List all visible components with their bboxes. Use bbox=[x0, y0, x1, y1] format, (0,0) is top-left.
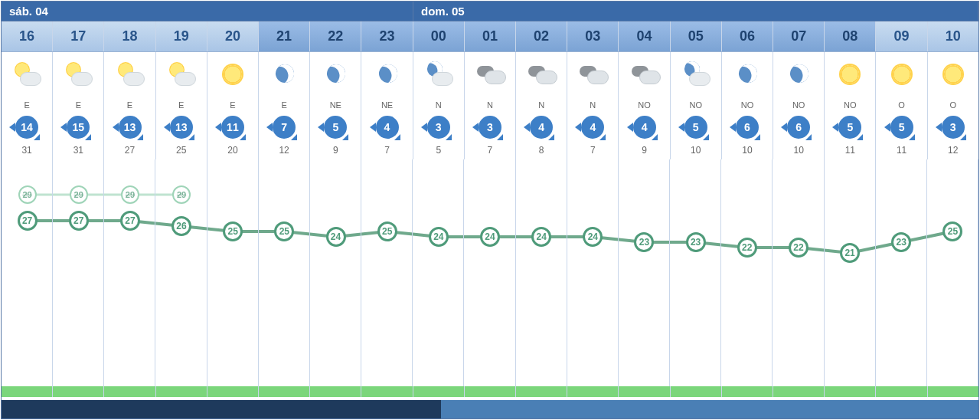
weather-icon-cell bbox=[722, 52, 773, 97]
forecast-panel: sáb. 04 dom. 05 161718192021222300010203… bbox=[1, 1, 979, 419]
wind-gust-row: 3131272520129757879101010111112 bbox=[2, 141, 978, 159]
temperature-point: 21 bbox=[840, 243, 860, 263]
weather-icon-cell bbox=[619, 52, 670, 97]
wind-dir: O bbox=[876, 97, 927, 113]
chart-column bbox=[413, 159, 464, 389]
temperature-point: 22 bbox=[789, 238, 808, 258]
wind-speed-cell: 3 bbox=[465, 113, 516, 141]
weather-icon-cell bbox=[156, 52, 207, 97]
weather-icon-cell bbox=[567, 52, 619, 97]
feels-like-point: 29 bbox=[121, 185, 139, 204]
hour-cell[interactable]: 01 bbox=[465, 21, 516, 51]
hour-cell[interactable]: 22 bbox=[310, 21, 361, 51]
precip-cell bbox=[2, 386, 53, 397]
precip-cell bbox=[156, 386, 207, 397]
wind-speed-cell: 5 bbox=[876, 113, 927, 141]
sun-cloud-icon bbox=[62, 58, 94, 90]
precip-cell bbox=[259, 386, 310, 397]
wind-speed-badge: 13 bbox=[170, 116, 193, 139]
temperature-point: 24 bbox=[326, 227, 346, 247]
precip-cell bbox=[310, 386, 361, 397]
wind-speed-badge: 5 bbox=[324, 116, 347, 139]
wind-speed-cell: 5 bbox=[825, 113, 876, 141]
precip-cell bbox=[104, 386, 155, 397]
wind-gust: 10 bbox=[671, 141, 722, 159]
weather-icon-cell bbox=[825, 52, 876, 97]
clouds-icon bbox=[629, 58, 661, 90]
wind-speed-badge: 3 bbox=[479, 116, 501, 139]
hour-cell[interactable]: 04 bbox=[619, 21, 670, 51]
hour-cell[interactable]: 02 bbox=[516, 21, 567, 51]
hour-cell[interactable]: 20 bbox=[207, 21, 259, 51]
chart-column bbox=[773, 159, 824, 389]
chart-column bbox=[825, 159, 876, 389]
wind-gust: 25 bbox=[156, 141, 207, 159]
weather-icon-cell bbox=[876, 52, 927, 97]
chart-column bbox=[619, 159, 670, 389]
wind-speed-badge: 7 bbox=[273, 116, 296, 139]
scroll-track[interactable] bbox=[2, 400, 978, 418]
chart-column bbox=[876, 159, 927, 389]
sun-cloud-icon bbox=[114, 58, 146, 90]
chart-column bbox=[670, 159, 721, 389]
wind-speed-cell: 13 bbox=[156, 113, 207, 141]
hour-cell[interactable]: 18 bbox=[104, 21, 155, 51]
scroll-thumb[interactable] bbox=[2, 400, 441, 418]
wind-speed-cell: 3 bbox=[928, 113, 978, 141]
chart-column bbox=[207, 159, 259, 389]
moon-icon bbox=[782, 58, 815, 90]
precip-cell bbox=[53, 386, 104, 397]
temperature-point: 24 bbox=[429, 227, 449, 247]
wind-dir: NE bbox=[310, 97, 361, 113]
sun-only-icon bbox=[834, 58, 866, 90]
hour-cell[interactable]: 05 bbox=[671, 21, 722, 51]
hour-cell[interactable]: 09 bbox=[876, 21, 927, 51]
day-label-sun: dom. 05 bbox=[413, 2, 978, 21]
temperature-point: 27 bbox=[69, 211, 89, 231]
wind-speed-cell: 5 bbox=[671, 113, 722, 141]
hour-row: 16171819202122230001020304050607080910 bbox=[2, 21, 978, 52]
wind-gust: 31 bbox=[2, 141, 53, 159]
temperature-point: 24 bbox=[480, 227, 500, 247]
precip-cell bbox=[567, 386, 619, 397]
hour-cell[interactable]: 23 bbox=[361, 21, 413, 51]
precip-cell bbox=[361, 386, 413, 397]
wind-dir: E bbox=[2, 97, 53, 113]
precip-cell bbox=[516, 386, 567, 397]
wind-gust: 10 bbox=[722, 141, 773, 159]
hour-cell[interactable]: 08 bbox=[825, 21, 876, 51]
wind-gust: 8 bbox=[516, 141, 567, 159]
wind-speed-badge: 15 bbox=[67, 116, 90, 139]
wind-dir: N bbox=[516, 97, 567, 113]
hour-cell[interactable]: 17 bbox=[53, 21, 104, 51]
chart-column bbox=[721, 159, 773, 389]
chart-column bbox=[310, 159, 361, 389]
wind-speed-row: 141513131175433444566553 bbox=[2, 113, 978, 141]
weather-icon-cell bbox=[413, 52, 465, 97]
temperature-point: 24 bbox=[583, 227, 603, 247]
wind-dir: NO bbox=[671, 97, 722, 113]
precip-cell bbox=[619, 386, 670, 397]
feels-like-point: 29 bbox=[70, 185, 88, 204]
wind-speed-badge: 5 bbox=[684, 116, 707, 139]
wind-speed-cell: 15 bbox=[53, 113, 104, 141]
weather-icon-cell bbox=[516, 52, 567, 97]
wind-dir: N bbox=[413, 97, 465, 113]
chart-column bbox=[361, 159, 413, 389]
hour-cell[interactable]: 21 bbox=[259, 21, 310, 51]
chart-column bbox=[259, 159, 310, 389]
wind-dir: N bbox=[567, 97, 619, 113]
hour-cell[interactable]: 16 bbox=[2, 21, 53, 51]
hour-cell[interactable]: 06 bbox=[722, 21, 773, 51]
hour-cell[interactable]: 00 bbox=[413, 21, 465, 51]
precip-cell bbox=[773, 386, 825, 397]
chart-column bbox=[464, 159, 515, 389]
hour-cell[interactable]: 07 bbox=[773, 21, 825, 51]
temperature-point: 23 bbox=[686, 232, 706, 252]
hour-cell[interactable]: 03 bbox=[567, 21, 619, 51]
temperature-point: 24 bbox=[531, 227, 551, 247]
chart-column bbox=[927, 159, 978, 389]
hour-cell[interactable]: 10 bbox=[928, 21, 978, 51]
feels-like-point: 29 bbox=[18, 185, 37, 204]
hour-cell[interactable]: 19 bbox=[156, 21, 207, 51]
